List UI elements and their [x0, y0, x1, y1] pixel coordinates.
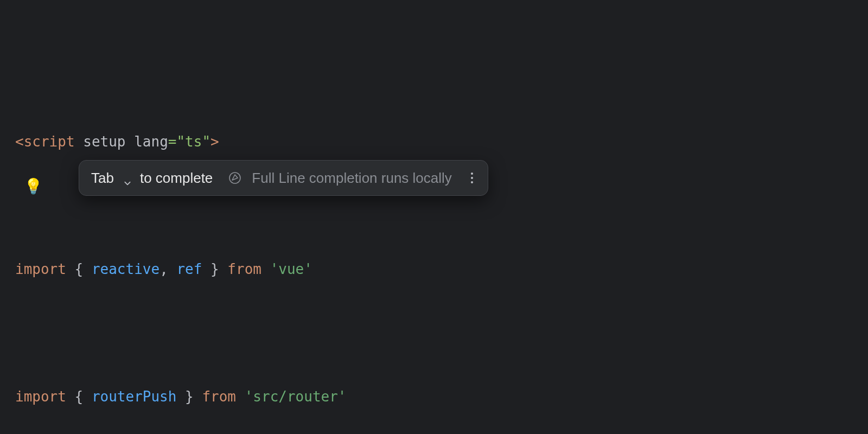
ident-reactive: reactive: [92, 261, 159, 277]
intention-bulb-icon[interactable]: 💡: [24, 177, 43, 195]
tag-open-angle: <: [15, 133, 24, 150]
attr-lang: lang: [134, 133, 168, 150]
ai-completion-icon[interactable]: [228, 171, 242, 185]
code-line: <script setup lang="ts">: [15, 129, 868, 155]
ident-ref: ref: [176, 261, 202, 277]
code-line: import { reactive, ref } from 'vue': [15, 257, 868, 282]
attr-setup: setup: [83, 133, 125, 150]
more-options-icon[interactable]: [467, 171, 477, 185]
popup-full-line-text: Full Line completion runs locally: [252, 170, 452, 187]
ident-routerpush: routerPush: [92, 388, 177, 405]
tag-name: script: [24, 133, 75, 150]
popup-tab-key[interactable]: Tab: [91, 170, 114, 187]
completion-popup[interactable]: Tab to complete Full Line completion run…: [79, 160, 488, 196]
chevron-down-icon[interactable]: [124, 174, 131, 182]
svg-point-0: [229, 173, 240, 183]
lang-value: ts: [185, 133, 202, 150]
code-line: import { routerPush } from 'src/router': [15, 384, 868, 410]
code-editor[interactable]: <script setup lang="ts"> import { reacti…: [0, 0, 868, 434]
popup-to-complete: to complete: [140, 170, 213, 187]
